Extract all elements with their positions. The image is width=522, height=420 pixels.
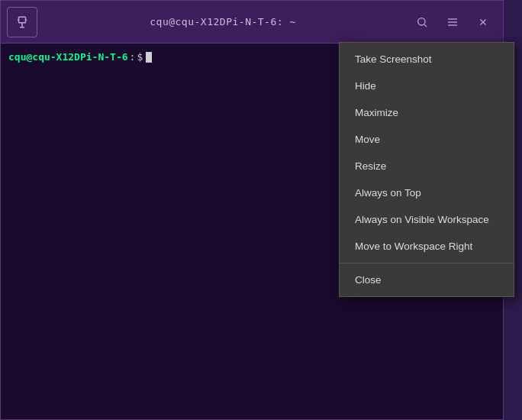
terminal-cursor xyxy=(146,52,152,63)
menu-item-maximize[interactable]: Maximize xyxy=(340,99,514,126)
search-button[interactable] xyxy=(408,8,436,36)
svg-line-6 xyxy=(424,24,427,27)
menu-item-close[interactable]: Close xyxy=(340,267,514,293)
menu-item-always-on-visible-workspace[interactable]: Always on Visible Workspace xyxy=(340,206,514,233)
prompt-user-host: cqu@cqu-X12DPi-N-T-6 xyxy=(8,50,128,65)
terminal-titlebar: cqu@cqu-X12DPi-N-T-6: ~ xyxy=(1,1,503,44)
context-menu: Take ScreenshotHideMaximizeMoveResizeAlw… xyxy=(339,42,514,297)
menu-item-always-on-top[interactable]: Always on Top xyxy=(340,179,514,206)
menu-item-move[interactable]: Move xyxy=(340,126,514,153)
menu-separator-7 xyxy=(340,263,514,263)
menu-item-resize[interactable]: Resize xyxy=(340,153,514,179)
prompt-separator: : xyxy=(130,50,136,65)
menu-item-move-to-workspace-right[interactable]: Move to Workspace Right xyxy=(340,233,514,260)
menu-item-take-screenshot[interactable]: Take Screenshot xyxy=(340,46,514,73)
terminal-title: cqu@cqu-X12DPi-N-T-6: ~ xyxy=(37,16,408,27)
pin-button[interactable] xyxy=(7,7,37,37)
prompt-dollar: $ xyxy=(137,50,143,65)
close-window-button[interactable] xyxy=(469,8,497,36)
hamburger-menu-button[interactable] xyxy=(439,8,466,36)
terminal-action-buttons xyxy=(408,8,497,36)
menu-item-hide[interactable]: Hide xyxy=(340,73,514,99)
svg-rect-0 xyxy=(19,17,26,23)
svg-point-5 xyxy=(418,18,425,24)
